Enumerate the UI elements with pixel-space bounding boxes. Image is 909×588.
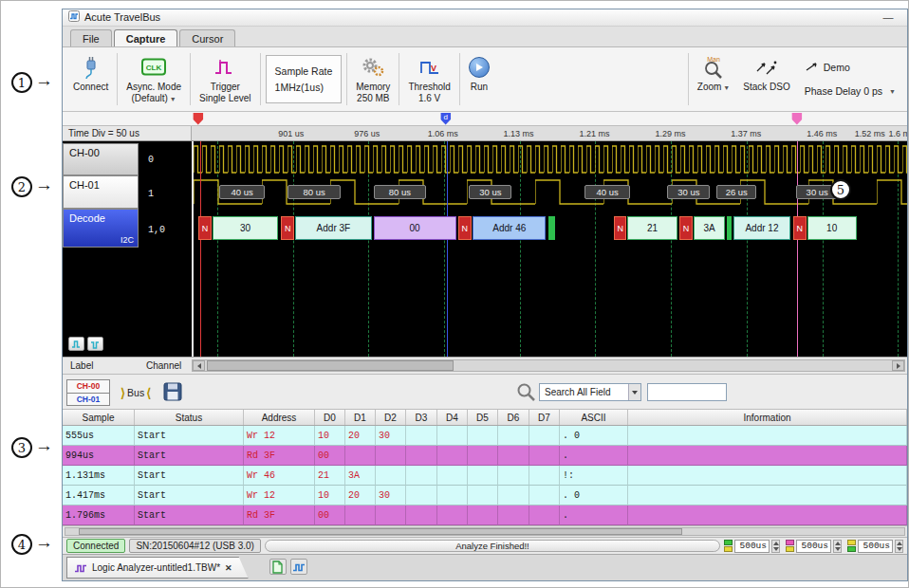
decode-segment[interactable] (727, 216, 732, 240)
menu-tab-cursor[interactable]: Cursor (179, 29, 235, 46)
channel-label-ch00[interactable]: CH-00 (63, 143, 139, 175)
save-button[interactable] (161, 380, 184, 407)
cell-ascii: . 0 (560, 486, 628, 505)
floppy-disk-icon (161, 380, 184, 403)
menu-tab-capture[interactable]: Capture (114, 29, 178, 46)
table-header-cell[interactable]: D3 (406, 410, 437, 425)
decode-segment[interactable]: 00 (374, 216, 456, 240)
search-field-dropdown[interactable]: Search All Field (539, 383, 641, 401)
table-header-cell[interactable]: Information (628, 410, 907, 425)
table-row[interactable]: 1.796msStartRd 3F00. (63, 505, 907, 525)
color-swatch (847, 540, 856, 545)
close-icon[interactable]: ✕ (225, 563, 232, 573)
scroll-right-icon[interactable] (892, 360, 904, 371)
sample-rate-dropdown[interactable]: Sample Rate 1MHz(1us) (266, 55, 343, 103)
waveform-area[interactable]: 40 us80 us80 us30 us40 us30 us26 us30 us… (63, 141, 907, 357)
connect-button[interactable]: Connect (66, 49, 115, 109)
table-row[interactable]: 1.131msStartWr 46213A!: (63, 466, 907, 486)
scrollbar-track[interactable] (65, 527, 905, 536)
decode-segment[interactable]: Addr 12 (733, 216, 791, 240)
time-ruler[interactable]: Time Div = 50 us 901 us976 us1.06 ms1.13… (63, 125, 907, 142)
table-header-cell[interactable]: Sample (63, 410, 135, 425)
table-header-cell[interactable]: D1 (345, 410, 376, 425)
table-header-cell[interactable]: D4 (437, 410, 468, 425)
step-up-icon[interactable] (897, 542, 902, 545)
cell-status: Start (135, 505, 244, 525)
cursor-value-box[interactable]: 500us (796, 540, 831, 553)
table-row[interactable]: 555usStartWr 12102030. 0 (63, 426, 907, 446)
channel-label-ch01[interactable]: CH-01 (63, 175, 139, 209)
table-header-cell[interactable]: Address (244, 410, 315, 425)
timeline-marker-flag[interactable] (791, 113, 802, 125)
decode-segment[interactable]: Addr 3F (295, 216, 372, 240)
cursor-stepper[interactable] (833, 540, 842, 553)
cell-sample: 1.796ms (63, 505, 135, 525)
run-button[interactable]: Run (462, 49, 496, 109)
step-up-icon[interactable] (773, 542, 779, 545)
stack-dso-button[interactable]: Stack DSO (736, 49, 796, 109)
table-header-cell[interactable]: ASCII (560, 410, 628, 425)
decode-segment[interactable]: N (458, 216, 472, 240)
table-header-cell[interactable]: Status (135, 410, 244, 425)
bus-button[interactable]: ⟩ Bus ⟨ (116, 381, 156, 404)
table-header-cell[interactable]: D6 (498, 410, 529, 425)
marker-line[interactable] (447, 141, 448, 357)
memory-button[interactable]: Memory 250 MB (349, 49, 397, 109)
decode-segment[interactable]: 30 (213, 216, 279, 240)
marker-line[interactable] (200, 141, 201, 357)
minimize-button[interactable]: — (875, 11, 901, 23)
decode-segment[interactable]: 10 (807, 216, 857, 240)
table-header-cell[interactable]: D2 (376, 410, 406, 425)
marker-line[interactable] (797, 141, 798, 357)
channel-label-decode[interactable]: Decode I2C (63, 209, 139, 248)
decode-segment[interactable]: Addr 46 (473, 216, 546, 240)
cursor-value-box[interactable]: 500us (734, 540, 770, 553)
decode-segment[interactable]: N (281, 216, 294, 240)
step-down-icon[interactable] (897, 547, 902, 551)
new-document-button[interactable] (269, 559, 287, 575)
decode-segment[interactable]: N (793, 216, 807, 240)
menu-tab-file[interactable]: File (70, 29, 112, 46)
decode-segment[interactable]: 21 (627, 216, 677, 240)
logic-analyzer-view-button[interactable] (290, 559, 307, 575)
cursor-stepper[interactable] (771, 540, 780, 553)
cursor-value-box[interactable]: 500us (858, 540, 893, 553)
demo-row[interactable]: Demo (805, 61, 850, 74)
step-up-icon[interactable] (835, 542, 841, 545)
trigger-button[interactable]: Trigger Single Level (193, 49, 257, 109)
threshold-button[interactable]: V Threshold 1.6 V (401, 49, 456, 109)
waveform-tool-button-2[interactable] (87, 337, 103, 351)
decode-segment[interactable] (548, 216, 554, 240)
timeline-marker-flag[interactable] (193, 113, 203, 125)
table-row[interactable]: 994usStartRd 3F00. (63, 446, 907, 466)
scrollbar-thumb[interactable] (207, 360, 454, 371)
waveform-hscrollbar[interactable] (192, 359, 905, 372)
table-hscrollbar[interactable] (63, 525, 907, 537)
async-mode-button[interactable]: CLK Async. Mode (Default)▼ (120, 49, 188, 109)
step-down-icon[interactable] (835, 547, 841, 551)
scroll-left-icon[interactable] (193, 360, 205, 371)
table-row[interactable]: 1.417msStartWr 12102030. 0 (63, 486, 907, 505)
step-down-icon[interactable] (773, 547, 779, 551)
decode-segment[interactable]: 3A (694, 216, 725, 240)
decode-segment[interactable]: N (198, 216, 212, 240)
timeline-marker-flag[interactable]: d (440, 113, 451, 125)
search-input[interactable] (647, 383, 727, 401)
waveform-tool-button-1[interactable] (68, 337, 84, 351)
document-tab[interactable]: Logic Analyzer-untitled1.TBW* ✕ (66, 557, 249, 579)
document-tab-label: Logic Analyzer-untitled1.TBW* (92, 562, 220, 573)
scrollbar-thumb[interactable] (79, 528, 682, 535)
cell-d1: 20 (345, 486, 376, 505)
phase-delay-dropdown[interactable]: Phase Delay 0 ps ▼ (805, 85, 896, 97)
callout-1: 1 (11, 72, 32, 93)
table-header-cell[interactable]: D5 (468, 410, 498, 425)
marker-strip: d (63, 112, 907, 125)
wave-canvas[interactable]: 40 us80 us80 us30 us40 us30 us26 us30 us… (192, 141, 907, 357)
bus-channel-chip[interactable]: CH-00 CH-01 (66, 379, 110, 406)
decode-segment[interactable]: N (679, 216, 693, 240)
zoom-button[interactable]: Man Zoom▼ (691, 49, 737, 109)
table-header-cell[interactable]: D0 (315, 410, 345, 425)
cursor-stepper[interactable] (895, 540, 903, 553)
decode-segment[interactable]: N (614, 216, 627, 240)
table-header-cell[interactable]: D7 (529, 410, 560, 425)
